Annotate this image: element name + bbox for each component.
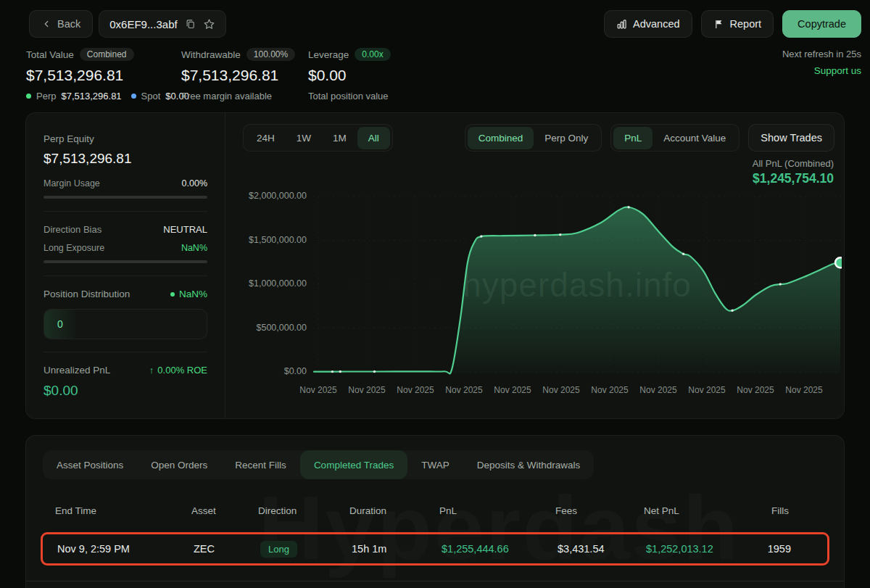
unrealized-pnl-value: $0.00 [44,383,207,399]
cell-end-time: Nov 9, 2:59 PM [57,543,194,555]
mode-tab-perp-only[interactable]: Perp Only [534,127,599,149]
cell-direction: Long [260,541,352,558]
all-pnl-caption: All PnL (Combined) [753,158,834,169]
cell-duration: 15h 1m [352,543,442,555]
top-bar: Back 0x6EF9...3abf Advanced Report Copyt… [29,10,861,38]
trades-tab-bar: Asset PositionsOpen OrdersRecent FillsCo… [43,450,594,479]
time-range-tab-all[interactable]: All [357,127,390,149]
spot-label: Spot [141,91,161,102]
withdrawable-badge: 100.00% [246,48,295,61]
leverage-sub: Total position value [308,91,389,102]
show-trades-button[interactable]: Show Trades [748,124,834,152]
column-header-direction: Direction [258,505,349,516]
tab-recent-fills[interactable]: Recent Fills [221,450,300,479]
metric-tab-account-value[interactable]: Account Value [652,127,737,149]
column-header-fills: Fills [753,505,789,516]
perp-equity-value: $7,513,296.81 [44,151,207,167]
x-axis-label: Nov 2025 [687,385,727,395]
long-exposure-bar [44,260,207,263]
tab-twap[interactable]: TWAP [407,450,463,479]
perp-equity-label: Perp Equity [44,133,207,144]
chevron-left-icon [41,19,51,29]
direction-badge: Long [260,541,297,558]
distribution-dot-icon [170,292,175,297]
flag-icon [713,19,724,30]
unrealized-pnl-label: Unrealized PnL [44,365,110,376]
pnl-area-chart[interactable] [312,189,842,379]
x-axis-label: Nov 2025 [444,385,484,395]
x-axis-label: Nov 2025 [492,385,533,395]
margin-usage-bar [44,196,207,199]
margin-usage-value: 0.00% [182,178,207,189]
leverage-badge: 0.00x [355,48,390,61]
y-axis-label: $500,000.00 [225,323,307,333]
time-range-tab-24h[interactable]: 24H [246,127,286,149]
refresh-countdown: Next refresh in 25s [782,49,861,59]
divider [26,581,844,581]
divider [44,352,207,352]
account-summary-panel: Perp Equity $7,513,296.81 Margin Usage 0… [26,113,225,418]
wallet-address-pill: 0x6EF9...3abf [99,10,225,38]
column-header-asset: Asset [191,505,258,516]
position-distribution-value: NaN% [179,289,207,299]
direction-bias-value: NEUTRAL [163,224,207,235]
total-value-label: Total Value [26,49,74,60]
perp-dot-icon [26,94,31,99]
leverage-label: Leverage [308,49,349,60]
column-header-pnl: PnL [439,505,555,516]
total-value-amount: $7,513,296.81 [26,67,189,84]
trades-card: Hyperdash Asset PositionsOpen OrdersRece… [25,435,845,588]
column-header-end-time: End Time [55,505,191,516]
table-row: Nov 9, 2:59 PMZECLong15h 1m$1,255,444.66… [43,541,827,558]
advanced-button[interactable]: Advanced [604,10,692,38]
withdrawable-label: Withdrawable [181,49,241,60]
advanced-label: Advanced [633,18,680,30]
time-range-tab-1m[interactable]: 1M [322,127,357,149]
position-distribution-bar[interactable]: 0 [44,309,207,339]
leverage-amount: $0.00 [308,67,391,84]
mode-toggle-group: CombinedPerp Only [465,124,602,152]
tab-deposits-withdrawals[interactable]: Deposits & Withdrawals [463,450,594,479]
column-header-fees: Fees [555,505,644,516]
chart-toolbar: 24H1W1MAll CombinedPerp Only PnLAccount … [225,113,844,152]
metric-toggle-group: PnLAccount Value [610,124,740,152]
support-us-link[interactable]: Support us [814,65,861,76]
withdrawable-amount: $7,513,296.81 [181,67,295,84]
y-axis-label: $0.00 [225,366,307,376]
column-header-duration: Duration [349,505,439,516]
mode-tab-combined[interactable]: Combined [468,127,534,149]
copy-icon[interactable] [185,19,196,30]
x-axis-label: Nov 2025 [395,385,436,395]
bar-chart-icon [616,19,627,30]
pnl-chart-section: 24H1W1MAll CombinedPerp Only PnLAccount … [225,113,844,418]
highlighted-trade-row[interactable]: Nov 9, 2:59 PMZECLong15h 1m$1,255,444.66… [41,532,829,566]
withdrawable-sub: Free margin available [181,91,272,102]
leverage-stat: Leverage 0.00x $0.00 Total position valu… [308,47,391,102]
total-value-stat: Total Value Combined $7,513,296.81 Perp … [26,47,189,102]
table-header-row: End TimeAssetDirectionDurationPnLFeesNet… [26,505,844,516]
long-exposure-label: Long Exposure [44,243,104,253]
tab-completed-trades[interactable]: Completed Trades [300,450,407,479]
x-axis-label: Nov 2025 [589,385,630,395]
cell-pnl: $1,255,444.66 [442,543,558,555]
perp-label: Perp [36,91,56,102]
back-button[interactable]: Back [29,10,93,38]
tab-open-orders[interactable]: Open Orders [137,450,221,479]
tab-asset-positions[interactable]: Asset Positions [43,450,137,479]
time-range-tab-1w[interactable]: 1W [286,127,322,149]
copytrade-label: Copytrade [798,18,846,30]
report-button[interactable]: Report [701,10,774,38]
position-distribution-label: Position Distribution [44,289,130,299]
column-header-net-pnl: Net PnL [644,505,753,516]
report-label: Report [730,18,762,30]
metric-tab-pnl[interactable]: PnL [613,127,652,149]
cell-net-pnl: $1,252,013.12 [646,543,755,555]
show-trades-label: Show Trades [761,132,822,144]
cell-asset: ZEC [194,543,260,555]
withdrawable-stat: Withdrawable 100.00% $7,513,296.81 Free … [181,47,295,102]
arrow-up-icon: ↑ [149,365,154,376]
star-icon[interactable] [203,18,215,30]
copytrade-button[interactable]: Copytrade [782,10,861,38]
all-pnl-value: $1,245,754.10 [753,171,834,186]
y-axis-label: $1,500,000.00 [225,235,307,245]
